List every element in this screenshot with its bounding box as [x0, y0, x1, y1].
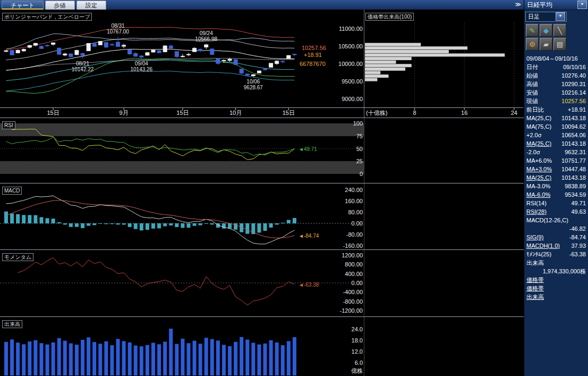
svg-text:08/21: 08/21 — [76, 61, 89, 66]
row-value: 49.71 — [571, 199, 586, 207]
rsi-label: RSI — [2, 121, 15, 129]
svg-text:10142.22: 10142.22 — [72, 66, 94, 72]
sidebar-row[interactable]: MA+3.0%10447.48 — [524, 165, 588, 173]
svg-text:09/04: 09/04 — [135, 61, 148, 66]
fast-forward-icon[interactable]: ≫ — [515, 1, 521, 8]
chevron-down-icon[interactable]: ▼ — [577, 1, 587, 9]
svg-text:◄49.71: ◄49.71 — [299, 146, 317, 152]
momentum-chart[interactable]: 1200.00800.00400.000.00-400.00-800.00-12… — [0, 250, 524, 316]
sidebar-row: ﾓﾒﾝﾀﾑ(25)-63.38 — [524, 250, 588, 258]
sidebar-row: 09/08/04～09/10/16 — [524, 54, 588, 63]
volume-panel[interactable]: 出来高 24.018.012.06.0億株 — [0, 317, 524, 376]
svg-text:09/24: 09/24 — [200, 30, 213, 36]
rsi-panel[interactable]: RSI 1007550250◄49.71 — [0, 118, 524, 183]
sidebar: 日経平均 ▼ 日足 ▼ ✎◆╲⚙▰▤ 09/08/04～09/10/16日付09… — [524, 0, 588, 376]
row-label: +2.0σ — [526, 131, 542, 139]
macd-label: MACD — [2, 187, 22, 195]
timeframe-selector[interactable]: 日足 ▼ — [525, 12, 567, 22]
svg-text:-800.00: -800.00 — [343, 298, 363, 305]
row-value: 1,974,330,000株 — [543, 267, 586, 275]
row-value: 9632.31 — [565, 148, 586, 156]
row-label[interactable]: MA+3.0% — [526, 165, 552, 173]
printer-icon[interactable]: ▤ — [553, 38, 566, 51]
row-value: 37.93 — [571, 241, 586, 250]
main-chart-panel[interactable]: ボリンジャーバンド , エンベロープ 価格帯出来高(100) 11000.001… — [0, 10, 524, 118]
svg-text:66787670: 66787670 — [300, 61, 326, 67]
svg-text:400.00: 400.00 — [345, 271, 363, 277]
row-value: 10447.48 — [561, 165, 586, 173]
macd-panel[interactable]: MACD 240.00160.0080.000.00-80.00-160.00◄… — [0, 183, 524, 250]
row-value: -84.74 — [569, 233, 586, 241]
gear-icon[interactable]: ⚙ — [526, 38, 539, 51]
svg-text:15日: 15日 — [176, 110, 189, 116]
svg-text:◄-63.38: ◄-63.38 — [299, 282, 319, 288]
svg-text:0: 0 — [360, 171, 363, 177]
row-label[interactable]: 出来高 — [526, 293, 544, 301]
eraser-icon[interactable]: ▰ — [540, 38, 552, 51]
sidebar-row: 1,974,330,000株 — [524, 267, 588, 275]
sidebar-row[interactable]: MA-6.0%9534.59 — [524, 190, 588, 199]
row-label[interactable]: MACDH(1.0) — [526, 241, 560, 250]
volume-chart[interactable]: 24.018.012.06.0億株 — [0, 317, 524, 376]
symbol-selector[interactable]: 日経平均 ▼ — [524, 0, 588, 10]
row-value: 10290.31 — [561, 80, 586, 88]
svg-text:12.0: 12.0 — [352, 348, 363, 355]
row-label[interactable]: 価格帯 — [526, 275, 544, 284]
svg-text:10/06: 10/06 — [246, 79, 260, 85]
sidebar-row: 現値10257.56 — [524, 97, 588, 105]
svg-text:-80.00: -80.00 — [346, 231, 363, 238]
row-label: MA(25,C) — [526, 114, 551, 122]
sidebar-row[interactable]: MA(25,C)10143.18 — [524, 139, 588, 148]
marker-icon[interactable]: ◆ — [540, 24, 552, 37]
svg-text:240.00: 240.00 — [345, 187, 363, 193]
sidebar-row[interactable]: RSI(28)49.63 — [524, 207, 588, 216]
candlestick-chart[interactable]: 11000.0010500.0010000.009500.009000.0081… — [0, 10, 524, 118]
svg-text:10566.98: 10566.98 — [195, 36, 217, 42]
row-label: 高値 — [526, 80, 538, 88]
trendline-icon[interactable]: ╲ — [553, 24, 566, 37]
row-label: MA+6.0% — [526, 156, 552, 165]
chevron-down-icon[interactable]: ▼ — [556, 12, 565, 21]
sidebar-row[interactable]: 出来高 — [524, 293, 588, 301]
sidebar-row: MA-3.0%9838.89 — [524, 182, 588, 190]
row-value: 10751.77 — [561, 156, 586, 165]
svg-text:800.00: 800.00 — [345, 261, 363, 268]
row-label: 安値 — [526, 88, 538, 97]
sidebar-row[interactable]: SIG(9)-84.74 — [524, 233, 588, 241]
svg-text:+18.91: +18.91 — [304, 52, 322, 58]
row-label[interactable]: MA(25,C) — [526, 139, 551, 148]
sidebar-row[interactable]: MA(25,C)10143.18 — [524, 173, 588, 182]
sidebar-row: 安値10216.14 — [524, 88, 588, 97]
sidebar-tools: ✎◆╲⚙▰▤ — [524, 22, 572, 52]
svg-text:11000.00: 11000.00 — [339, 26, 363, 32]
tab-chart[interactable]: チャート — [2, 1, 44, 10]
sidebar-row: 前日比+18.91 — [524, 105, 588, 114]
svg-text:80.00: 80.00 — [348, 209, 363, 215]
sidebar-row[interactable]: MACDH(1.0)37.93 — [524, 241, 588, 250]
svg-text:億株: 億株 — [351, 367, 363, 374]
pencil-icon[interactable]: ✎ — [526, 24, 539, 37]
row-value: 10654.06 — [561, 131, 586, 139]
row-label[interactable]: MA(25,C) — [526, 173, 551, 182]
row-label[interactable]: 価格帯 — [526, 284, 544, 293]
sidebar-row[interactable]: 価格帯 — [524, 275, 588, 284]
tab-settings[interactable]: 設定 — [76, 1, 106, 10]
tab-quotes[interactable]: 歩値 — [45, 1, 75, 10]
row-value: 10143.18 — [561, 173, 586, 182]
row-label: MA(75,C) — [526, 122, 551, 131]
rsi-chart[interactable]: 1007550250◄49.71 — [0, 118, 524, 183]
row-label: RSI(14) — [526, 199, 547, 207]
macd-chart[interactable]: 240.00160.0080.000.00-80.00-160.00◄-84.7… — [0, 183, 524, 249]
row-value: 10143.18 — [561, 114, 586, 122]
row-label[interactable]: RSI(28) — [526, 207, 547, 216]
row-label[interactable]: SIG(9) — [526, 233, 543, 241]
row-value: 9838.89 — [565, 182, 586, 190]
momentum-panel[interactable]: モメンタム 1200.00800.00400.000.00-400.00-800… — [0, 250, 524, 317]
svg-text:10767.00: 10767.00 — [107, 29, 129, 35]
svg-text:◄-84.74: ◄-84.74 — [299, 233, 319, 239]
row-label[interactable]: MA-6.0% — [526, 190, 550, 199]
svg-text:10月: 10月 — [229, 110, 242, 116]
svg-text:50: 50 — [356, 146, 363, 152]
svg-text:24.0: 24.0 — [352, 326, 363, 332]
sidebar-row[interactable]: 価格帯 — [524, 284, 588, 293]
